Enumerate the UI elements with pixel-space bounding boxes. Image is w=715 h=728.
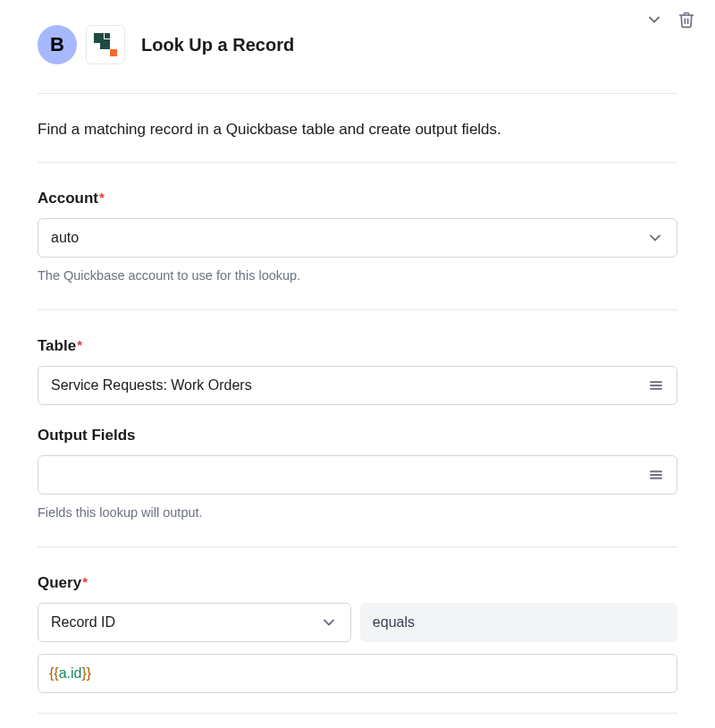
token-body: a.id [59,665,82,681]
quickbase-app-icon [86,25,125,64]
table-field-block: Table * Service Requests: Work Orders [38,310,677,405]
token-open-brace: {{ [49,665,59,681]
output-fields-block: Output Fields Fields this lookup will ou… [38,405,677,547]
token-close-brace: }} [81,665,91,681]
chevron-down-icon[interactable] [645,11,663,32]
step-letter: B [50,33,64,56]
table-value: Service Requests: Work Orders [51,377,252,394]
account-select[interactable]: auto [38,218,677,258]
account-helper: The Quickbase account to use for this lo… [38,268,677,283]
menu-icon [648,467,664,483]
required-mark: * [99,190,105,205]
account-field-block: Account * auto The Quickbase account to … [38,163,677,310]
query-operator: equals [360,603,677,642]
table-label: Table * [38,337,677,355]
query-field-block: Query * Record ID equals {{a.id}} [38,547,677,714]
query-value-input[interactable]: {{a.id}} [38,654,677,693]
step-header: B Look Up a Record [38,25,677,94]
query-label: Query * [38,574,677,592]
account-value: auto [51,230,79,246]
query-field-value: Record ID [51,614,115,631]
chevron-down-icon [646,229,664,247]
output-fields-label: Output Fields [38,427,677,444]
step-letter-badge: B [38,25,77,64]
chevron-down-icon [320,614,338,631]
output-fields-helper: Fields this lookup will output. [38,505,677,520]
top-actions [645,11,695,32]
trash-icon[interactable] [677,11,695,32]
query-field-select[interactable]: Record ID [38,603,351,642]
step-title: Look Up a Record [141,35,294,55]
table-select[interactable]: Service Requests: Work Orders [38,366,677,405]
required-mark: * [77,337,82,352]
menu-icon [648,377,664,394]
step-config-panel: B Look Up a Record Find a matching recor… [7,0,708,714]
output-fields-select[interactable] [38,455,677,495]
required-mark: * [82,574,88,589]
account-label: Account * [38,190,677,207]
step-description: Find a matching record in a Quickbase ta… [38,94,677,163]
